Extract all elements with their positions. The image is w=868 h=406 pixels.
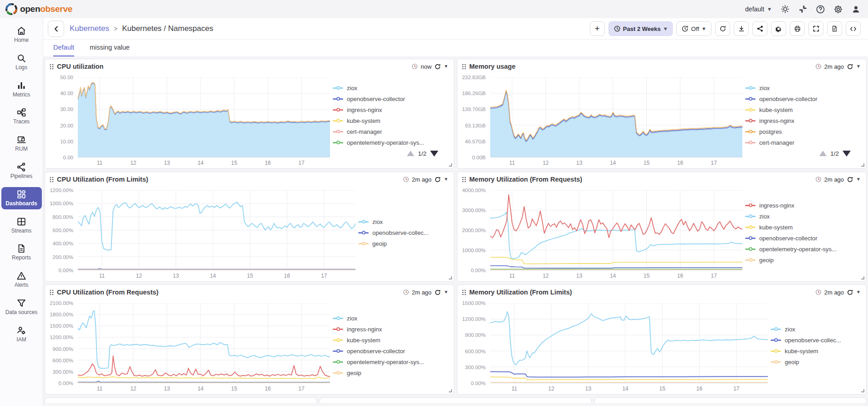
query-inspector-button[interactable] <box>846 21 861 36</box>
panel-resize-handle[interactable] <box>861 389 864 392</box>
legend-item-opentelemetry-operator-sys-[interactable]: opentelemetry-operator-sys... <box>333 357 450 367</box>
legend-item-kube-system[interactable]: kube-system <box>745 222 863 233</box>
legend-item-cert-manager[interactable]: cert-manager <box>745 137 863 148</box>
panel-menu-chevron-icon[interactable]: ▼ <box>856 290 861 294</box>
sidebar-item-traces[interactable]: Traces <box>1 105 42 127</box>
legend-item-kube-system[interactable]: kube-system <box>771 346 863 356</box>
legend-item-ziox[interactable]: ziox <box>333 83 450 93</box>
drag-handle-icon[interactable] <box>462 177 466 183</box>
panel-menu-chevron-icon[interactable]: ▼ <box>856 177 861 182</box>
print-button[interactable] <box>790 21 805 36</box>
panel-refresh-icon[interactable] <box>847 176 853 183</box>
legend-item-ziox[interactable]: ziox <box>771 324 863 335</box>
chart-canvas[interactable] <box>490 303 768 383</box>
legend-item-geoip[interactable]: geoip <box>771 357 863 367</box>
legend-item-ingress-nginx[interactable]: ingress-nginx <box>333 105 450 115</box>
legend-page-up-icon[interactable] <box>407 151 414 156</box>
export-json-button[interactable] <box>827 21 842 36</box>
legend-item-ziox[interactable]: ziox <box>333 313 450 324</box>
sidebar-item-alerts[interactable]: Alerts <box>1 269 42 291</box>
chart-plot-area[interactable]: 0.00B46.57GB93.13GB139.70GB186.26GB232.8… <box>461 73 745 167</box>
panel-refresh-icon[interactable] <box>847 63 853 70</box>
panel-menu-chevron-icon[interactable]: ▼ <box>444 290 448 294</box>
chart-canvas[interactable] <box>490 77 742 157</box>
sidebar-item-reports[interactable]: Reports <box>1 241 42 264</box>
legend-item-openobserve-collector[interactable]: openobserve-collector <box>745 233 863 244</box>
panel-resize-handle[interactable] <box>861 163 864 167</box>
drag-handle-icon[interactable] <box>462 64 466 70</box>
legend-item-kube-system[interactable]: kube-system <box>333 116 450 126</box>
legend-item-openobserve-collector[interactable]: openobserve-collector <box>745 94 863 104</box>
sidebar-item-streams[interactable]: Streams <box>1 214 42 237</box>
theme-toggle-sun-icon[interactable] <box>780 5 790 14</box>
drag-handle-icon[interactable] <box>50 64 54 70</box>
sidebar-item-iam[interactable]: IAM <box>1 323 42 345</box>
sidebar-item-data-sources[interactable]: Data sources <box>1 296 42 318</box>
legend-item-openobserve-collec-[interactable]: openobserve-collec... <box>771 335 863 345</box>
chart-canvas[interactable] <box>78 77 330 157</box>
chart-plot-area[interactable]: 0.0010.0020.0030.0040.0050.0011121314151… <box>49 73 333 167</box>
sidebar-item-logs[interactable]: Logs <box>1 51 42 73</box>
legend-item-ingress-nginx[interactable]: ingress-nginx <box>333 324 450 335</box>
legend-page-down-icon[interactable] <box>430 151 438 157</box>
drag-handle-icon[interactable] <box>50 177 54 183</box>
panel-menu-chevron-icon[interactable]: ▼ <box>444 64 448 69</box>
legend-item-ziox[interactable]: ziox <box>745 83 863 93</box>
time-range-selector[interactable]: Past 2 Weeks ▼ <box>609 21 673 36</box>
settings-gear-icon[interactable] <box>833 5 843 14</box>
chart-plot-area[interactable]: 0.00%1000.00%2000.00%3000.00%4000.00%111… <box>461 186 745 279</box>
breadcrumb-parent-link[interactable]: Kubernetes <box>70 24 109 33</box>
chart-canvas[interactable] <box>78 303 330 383</box>
legend-item-opentelemetry-operator-sys-[interactable]: opentelemetry-operator-sys... <box>745 244 863 254</box>
legend-item-kube-system[interactable]: kube-system <box>745 105 863 115</box>
panel-refresh-icon[interactable] <box>847 289 853 296</box>
legend-item-geoip[interactable]: geoip <box>358 239 450 249</box>
legend-item-ziox[interactable]: ziox <box>745 211 863 222</box>
legend-item-postgres[interactable]: postgres <box>745 127 863 137</box>
panel-resize-handle[interactable] <box>449 389 452 392</box>
chart-plot-area[interactable]: 0.00%200.00%400.00%600.00%800.00%1000.00… <box>49 186 358 279</box>
fullscreen-button[interactable] <box>808 21 823 36</box>
legend-item-geoip[interactable]: geoip <box>745 255 863 265</box>
sidebar-item-metrics[interactable]: Metrics <box>1 78 42 101</box>
tab-missing-value[interactable]: missing value <box>90 44 130 56</box>
share-button[interactable] <box>752 21 767 36</box>
legend-page-down-icon[interactable] <box>843 151 851 157</box>
legend-item-openobserve-collec-[interactable]: openobserve-collec... <box>358 228 450 238</box>
refresh-button[interactable] <box>715 21 730 36</box>
panel-menu-chevron-icon[interactable]: ▼ <box>856 64 861 69</box>
sidebar-item-pipelines[interactable]: Pipelines <box>1 160 42 182</box>
download-button[interactable] <box>734 21 749 36</box>
sidebar-item-rum[interactable]: RUM <box>1 132 42 155</box>
account-user-icon[interactable] <box>851 5 861 14</box>
help-icon[interactable] <box>816 5 825 14</box>
legend-item-ingress-nginx[interactable]: ingress-nginx <box>745 116 863 126</box>
legend-item-openobserve-collector[interactable]: openobserve-collector <box>333 94 450 104</box>
sidebar-item-dashboards[interactable]: Dashboards <box>1 187 42 209</box>
legend-page-up-icon[interactable] <box>819 151 827 156</box>
legend-item-ingress-nginx[interactable]: ingress-nginx <box>745 200 863 211</box>
legend-item-cert-manager[interactable]: cert-manager <box>333 127 450 137</box>
legend-item-ziox[interactable]: ziox <box>358 217 450 227</box>
legend-item-kube-system[interactable]: kube-system <box>333 335 450 345</box>
dashboard-settings-button[interactable] <box>771 21 786 36</box>
chart-canvas[interactable] <box>78 190 355 270</box>
legend-item-opentelemetry-operator-sys-[interactable]: opentelemetry-operator-sys... <box>333 137 450 148</box>
legend-item-openobserve-collector[interactable]: openobserve-collector <box>333 346 450 356</box>
drag-handle-icon[interactable] <box>462 289 466 295</box>
tab-default[interactable]: Default <box>53 44 74 56</box>
chart-canvas[interactable] <box>490 190 742 270</box>
panel-menu-chevron-icon[interactable]: ▼ <box>444 177 448 182</box>
add-panel-button[interactable]: + <box>590 21 605 36</box>
panel-refresh-icon[interactable] <box>434 289 441 296</box>
panel-refresh-icon[interactable] <box>434 63 441 70</box>
integrations-slack-icon[interactable] <box>798 5 807 14</box>
legend-item-geoip[interactable]: geoip <box>333 368 450 378</box>
drag-handle-icon[interactable] <box>50 289 54 295</box>
sidebar-item-home[interactable]: Home <box>1 24 42 46</box>
chart-plot-area[interactable]: 0.00%300.00%600.00%900.00%1200.00%1500.0… <box>49 299 333 392</box>
panel-resize-handle[interactable] <box>449 163 452 167</box>
chart-plot-area[interactable]: 0.00%300.00%600.00%900.00%1200.00%1500.0… <box>461 299 771 392</box>
back-button[interactable] <box>48 20 64 37</box>
panel-refresh-icon[interactable] <box>434 176 441 183</box>
